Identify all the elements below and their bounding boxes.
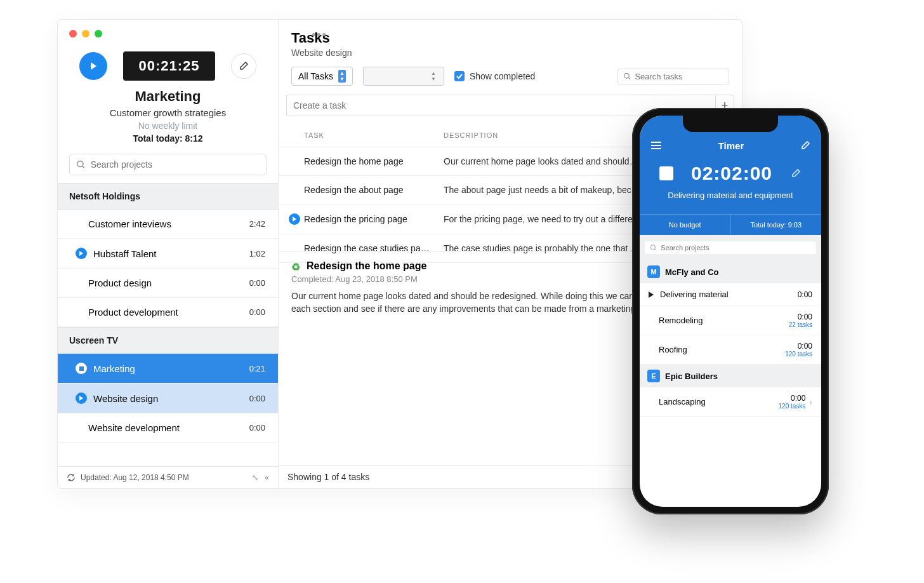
group-header: Netsoft Holdings — [58, 183, 278, 210]
phone-no-budget: No budget — [640, 215, 731, 235]
phone-search-field[interactable] — [661, 244, 811, 251]
phone-project-item[interactable]: Delivering material0:00 — [640, 283, 821, 306]
play-icon[interactable] — [76, 392, 87, 404]
project-item[interactable]: Website design0:00 — [58, 384, 278, 413]
project-name: Website design — [93, 393, 158, 404]
play-icon[interactable] — [289, 213, 300, 225]
filter-tasks-select[interactable]: All Tasks ▲▼ — [291, 67, 353, 86]
phone-timer-readout: 02:02:00 — [691, 163, 772, 184]
detail-title: Redesign the home page — [307, 260, 426, 272]
chevrons-left-icon[interactable]: « — [265, 473, 269, 482]
task-name: Redesign the pricing page — [304, 214, 444, 224]
project-item[interactable]: Marketing0:21 — [58, 354, 278, 384]
updated-label: Updated: Aug 12, 2018 4:50 PM — [81, 473, 189, 482]
current-project-subtitle: Customer growth strategies — [58, 107, 278, 118]
project-name: Product design — [88, 278, 152, 288]
phone-search-input[interactable] — [645, 241, 816, 254]
project-item[interactable]: Website development0:00 — [58, 413, 278, 443]
project-time: 0:21 — [249, 364, 265, 373]
phone-project-item[interactable]: Roofing0:00120 tasks — [640, 335, 821, 365]
phone-notch — [683, 116, 778, 132]
project-name: Hubstaff Talent — [93, 248, 157, 259]
group-badge-icon: E — [647, 370, 660, 382]
refresh-icon[interactable] — [67, 473, 76, 482]
chevron-right-icon: › — [809, 397, 812, 407]
select-caret-icon: ▲▼ — [338, 70, 346, 83]
recycle-icon — [291, 261, 301, 271]
project-item[interactable]: Customer inteviews2:42 — [58, 210, 278, 239]
phone-title: Timer — [718, 140, 744, 151]
edit-icon[interactable] — [800, 140, 811, 151]
phone-total-today: Total today: 9:03 — [731, 215, 822, 235]
search-projects-field[interactable] — [91, 159, 260, 170]
timer-readout: 00:21:25 — [123, 51, 214, 81]
phone-mockup: Timer 02:02:00 Delivering material and e… — [632, 108, 829, 514]
filter-tasks-label: All Tasks — [298, 71, 333, 81]
play-icon[interactable] — [76, 248, 87, 259]
play-button[interactable] — [79, 52, 107, 80]
project-time: 0:00 — [249, 394, 265, 403]
edit-button[interactable] — [231, 53, 256, 79]
collapse-icon[interactable]: ⤡ — [252, 473, 258, 482]
project-name: Customer inteviews — [88, 218, 171, 229]
page-title: Tasks — [291, 30, 729, 46]
project-item[interactable]: Hubstaff Talent1:02 — [58, 239, 278, 269]
close-dot-icon[interactable] — [69, 30, 77, 37]
window-controls — [58, 20, 278, 41]
status-bar: Updated: Aug 12, 2018 4:50 PM ⤡ « — [58, 466, 278, 488]
stop-icon[interactable] — [76, 363, 87, 374]
task-name: Redesign the about page — [304, 185, 444, 195]
weekly-limit-label: No weekly limit — [58, 121, 278, 131]
group-badge-icon: M — [647, 265, 660, 278]
maximize-dot-icon[interactable] — [95, 30, 102, 37]
project-time: 0:00 — [249, 423, 265, 432]
svg-point-0 — [77, 161, 83, 166]
phone-project-item[interactable]: Landscaping0:00120 tasks› — [640, 387, 821, 417]
show-completed-checkbox[interactable]: Show completed — [454, 71, 536, 81]
stop-button[interactable] — [659, 166, 673, 180]
project-name: Website development — [88, 422, 180, 433]
select-caret-icon: ▲▼ — [430, 70, 437, 83]
svg-point-2 — [650, 245, 655, 250]
phone-group-header: EEpic Builders — [640, 365, 821, 387]
project-time: 2:42 — [249, 219, 265, 229]
phone-current-task: Delivering material and equipment — [640, 191, 821, 200]
project-time: 0:00 — [249, 307, 265, 317]
project-name: Marketing — [93, 363, 135, 374]
more-button[interactable]: ••• — [312, 29, 327, 42]
filter-secondary-select[interactable]: ▲▼ — [363, 67, 444, 86]
column-header-task: TASK — [304, 131, 444, 139]
phone-project-item[interactable]: Remodeling0:0022 tasks — [640, 306, 821, 335]
minimize-dot-icon[interactable] — [82, 30, 89, 37]
project-item[interactable]: Product development0:00 — [58, 298, 278, 327]
search-tasks-input[interactable] — [617, 69, 729, 84]
search-projects-input[interactable] — [69, 154, 267, 175]
project-item[interactable]: Product design0:00 — [58, 269, 278, 298]
menu-icon[interactable] — [650, 140, 663, 151]
show-completed-label: Show completed — [470, 71, 536, 81]
sidebar: 00:21:25 Marketing Customer growth strat… — [58, 20, 279, 488]
project-name: Product development — [88, 307, 178, 318]
task-name: Redesign the home page — [304, 156, 444, 166]
current-project-title: Marketing — [58, 88, 278, 105]
project-time: 1:02 — [249, 249, 265, 258]
group-header: Uscreen TV — [58, 327, 278, 354]
edit-small-icon[interactable] — [790, 168, 802, 179]
search-tasks-field[interactable] — [635, 72, 723, 81]
breadcrumb: Website design — [291, 48, 729, 58]
total-today-label: Total today: 8:12 — [58, 133, 278, 144]
svg-point-1 — [624, 73, 630, 78]
phone-group-header: MMcFly and Co — [640, 260, 821, 283]
project-time: 0:00 — [249, 278, 265, 288]
play-icon[interactable] — [649, 292, 654, 298]
column-header-description: DESCRIPTION — [444, 131, 498, 139]
